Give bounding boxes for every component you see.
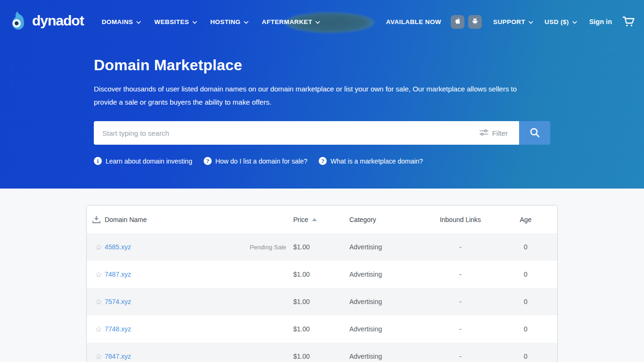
page-description: Discover thousands of user listed domain… <box>94 82 537 109</box>
brand-name: dynadot <box>32 13 84 29</box>
question-circle-icon: ? <box>204 157 212 165</box>
table-row: ☆ 4585.xyz Pending Sale $1.00 Advertisin… <box>87 233 557 261</box>
apple-icon <box>454 16 462 27</box>
nav-item-label: WEBSITES <box>154 18 189 25</box>
nav-item-websites[interactable]: WEBSITES <box>148 0 204 43</box>
ios-app-button[interactable] <box>451 15 464 29</box>
nav-item-label: HOSTING <box>210 18 240 25</box>
table-row: ☆ 7847.xyz $1.00 Advertising - 0 <box>87 343 557 362</box>
inbound-links-cell: - <box>423 353 497 360</box>
domain-link[interactable]: 7748.xyz <box>105 325 131 333</box>
inbound-links-cell: - <box>423 298 497 305</box>
chevron-down-icon <box>572 18 577 25</box>
price-cell: $1.00 <box>293 298 349 305</box>
marketplace-search: Filter <box>94 121 550 145</box>
search-input[interactable] <box>94 121 475 145</box>
price-header-label: Price <box>293 216 308 223</box>
age-cell: 0 <box>497 353 554 360</box>
category-cell: Advertising <box>349 298 423 305</box>
domain-link[interactable]: 7574.xyz <box>105 298 131 305</box>
chevron-down-icon <box>244 18 248 25</box>
table-row: ☆ 7574.xyz $1.00 Advertising - 0 <box>87 288 557 315</box>
sort-ascending-icon <box>312 218 317 221</box>
android-app-button[interactable] <box>468 15 482 29</box>
favorite-star-icon[interactable]: ☆ <box>92 353 105 361</box>
filter-label: Filter <box>492 129 508 137</box>
download-list-button[interactable] <box>92 216 105 223</box>
help-link-label: How do I list a domain for sale? <box>215 157 307 165</box>
favorite-star-icon[interactable]: ☆ <box>92 243 105 251</box>
table-header-row: Domain Name Price Category Inbound Links… <box>87 206 557 233</box>
nav-item-label: AFTERMARKET <box>262 18 312 25</box>
header-right: AVAILABLE NOW <box>386 15 636 29</box>
age-cell: 0 <box>497 243 554 251</box>
filter-sliders-icon <box>479 129 488 138</box>
table-row: ☆ 7748.xyz $1.00 Advertising - 0 <box>87 315 557 343</box>
table-row: ☆ 7487.xyz $1.00 Advertising - 0 <box>87 261 557 288</box>
age-cell: 0 <box>497 298 554 305</box>
price-cell: $1.00 <box>293 325 349 333</box>
dynadot-logo[interactable]: dynadot <box>8 10 84 33</box>
domain-results-table: Domain Name Price Category Inbound Links… <box>86 205 558 362</box>
column-header-domain-name[interactable]: Domain Name <box>105 216 293 223</box>
status-badge: Pending Sale <box>250 244 286 251</box>
sign-in-link[interactable]: Sign in <box>589 18 612 25</box>
support-menu[interactable]: SUPPORT <box>493 18 533 25</box>
nav-item-hosting[interactable]: HOSTING <box>204 0 255 43</box>
currency-selector[interactable]: USD ($) <box>545 18 577 25</box>
help-link-label: Learn about domain investing <box>106 157 192 165</box>
hero-section: dynadot DOMAINS WEBSITES HOSTING AFTERMA… <box>0 0 644 189</box>
help-link-list-domain[interactable]: ? How do I list a domain for sale? <box>204 157 307 165</box>
category-cell: Advertising <box>349 243 423 251</box>
help-links: i Learn about domain investing ? How do … <box>94 157 644 165</box>
column-header-age[interactable]: Age <box>497 216 554 223</box>
search-icon <box>529 127 540 140</box>
category-cell: Advertising <box>349 325 423 333</box>
top-navigation: dynadot DOMAINS WEBSITES HOSTING AFTERMA… <box>0 0 644 43</box>
chevron-down-icon <box>315 18 320 25</box>
age-cell: 0 <box>497 325 554 333</box>
help-link-what-is-marketplace[interactable]: ? What is a marketplace domain? <box>319 157 423 165</box>
search-box: Filter <box>94 121 519 145</box>
results-section: Domain Name Price Category Inbound Links… <box>0 205 644 362</box>
support-label: SUPPORT <box>493 18 525 25</box>
currency-label: USD ($) <box>545 18 569 25</box>
column-header-price[interactable]: Price <box>293 216 349 223</box>
info-circle-icon: i <box>94 157 102 165</box>
category-cell: Advertising <box>349 271 423 278</box>
help-link-domain-investing[interactable]: i Learn about domain investing <box>94 157 192 165</box>
hero-content: Domain Marketplace Discover thousands of… <box>0 57 644 165</box>
chevron-down-icon <box>136 18 141 25</box>
price-cell: $1.00 <box>293 243 349 251</box>
inbound-links-cell: - <box>423 271 497 278</box>
domain-link[interactable]: 7487.xyz <box>105 271 131 278</box>
price-cell: $1.00 <box>293 353 349 360</box>
nav-item-aftermarket[interactable]: AFTERMARKET <box>255 0 327 43</box>
android-icon <box>471 17 479 27</box>
column-header-inbound-links[interactable]: Inbound Links <box>423 216 497 223</box>
filter-button[interactable]: Filter <box>475 121 519 145</box>
age-cell: 0 <box>497 271 554 278</box>
nav-item-domains[interactable]: DOMAINS <box>95 0 148 43</box>
favorite-star-icon[interactable]: ☆ <box>92 325 105 333</box>
main-menu: DOMAINS WEBSITES HOSTING AFTERMARKET <box>95 0 327 43</box>
favorite-star-icon[interactable]: ☆ <box>92 298 105 306</box>
shopping-cart-icon[interactable] <box>622 16 636 27</box>
chevron-down-icon <box>192 18 197 25</box>
inbound-links-cell: - <box>423 243 497 251</box>
category-cell: Advertising <box>349 353 423 360</box>
search-button[interactable] <box>519 121 550 145</box>
chevron-down-icon <box>528 18 533 25</box>
price-cell: $1.00 <box>293 271 349 278</box>
nav-item-label: DOMAINS <box>102 18 133 25</box>
help-link-label: What is a marketplace domain? <box>330 157 423 165</box>
page-title: Domain Marketplace <box>94 57 644 74</box>
flame-logo-icon <box>8 10 28 33</box>
question-circle-icon: ? <box>319 157 327 165</box>
available-now-label: AVAILABLE NOW <box>386 18 441 25</box>
domain-link[interactable]: 4585.xyz <box>105 243 131 251</box>
inbound-links-cell: - <box>423 325 497 333</box>
favorite-star-icon[interactable]: ☆ <box>92 271 105 279</box>
column-header-category[interactable]: Category <box>349 216 423 223</box>
domain-link[interactable]: 7847.xyz <box>105 353 131 360</box>
